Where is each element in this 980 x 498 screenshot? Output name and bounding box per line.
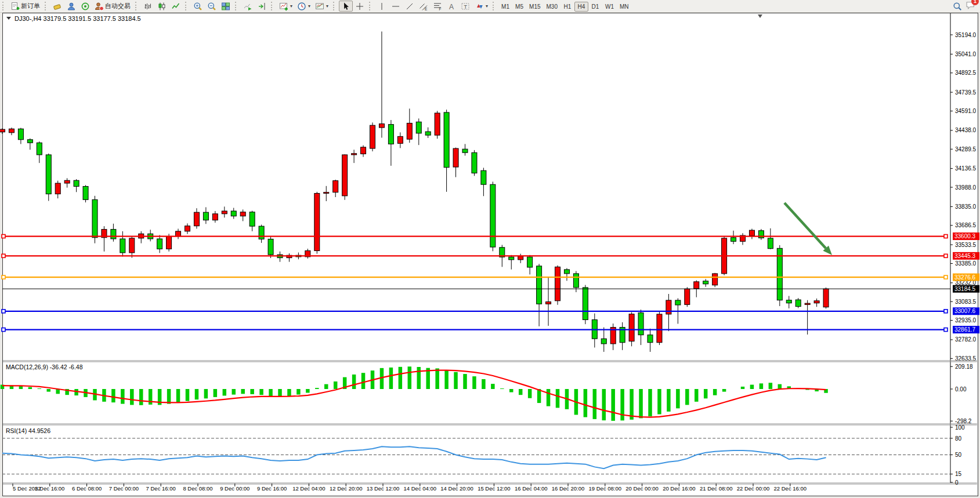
timeframe-button-m5[interactable]: M5	[512, 2, 526, 12]
template-icon	[315, 2, 324, 11]
toolbar-gripper	[2, 2, 6, 10]
channel-tool-button[interactable]: E	[417, 1, 431, 12]
signal-icon	[81, 2, 90, 11]
toolbar-gripper	[45, 2, 49, 10]
fibonacci-tool-button[interactable]: F	[431, 1, 444, 12]
periods-button[interactable]: ▾	[295, 1, 313, 12]
dropdown-caret: ▾	[308, 3, 310, 9]
text-label-icon: T	[461, 2, 470, 11]
horizontal-line-icon	[391, 2, 400, 11]
zoom-out-icon	[207, 2, 216, 11]
arrows-tool-button[interactable]: ▾	[472, 1, 490, 12]
sponge-tool-button[interactable]	[50, 1, 64, 12]
timeframe-button-m1[interactable]: M1	[498, 2, 512, 12]
toolbar-gripper	[271, 2, 275, 10]
line-chart-mode-button[interactable]	[169, 1, 183, 12]
autotrading-label: 自动交易	[105, 2, 131, 10]
candlestick-mode-button[interactable]	[155, 1, 169, 12]
chart-shift-icon	[257, 2, 266, 11]
svg-text:F: F	[439, 7, 442, 11]
text-tool-button[interactable]: A	[444, 1, 458, 12]
new-order-icon	[10, 2, 20, 11]
autotrading-icon	[95, 2, 104, 11]
toolbar: 新订单 自动交易 ▾ ▾	[0, 0, 980, 13]
candlestick-icon	[157, 2, 167, 11]
timeframe-button-w1[interactable]: W1	[602, 2, 617, 12]
chat-button[interactable]: 1	[965, 0, 975, 12]
templates-button[interactable]: ▾	[313, 1, 331, 12]
clock-icon	[297, 2, 306, 11]
toolbar-gripper	[185, 2, 189, 10]
auto-scroll-button[interactable]	[241, 1, 255, 12]
autotrading-button[interactable]: 自动交易	[92, 1, 133, 12]
vertical-line-tool-button[interactable]	[375, 1, 389, 12]
zoom-in-button[interactable]	[191, 1, 205, 12]
tile-windows-icon	[221, 2, 230, 11]
zoom-in-icon	[193, 2, 202, 11]
toolbar-gripper	[369, 2, 373, 10]
timeframe-button-m30[interactable]: M30	[544, 2, 560, 12]
timeframe-button-h1[interactable]: H1	[560, 2, 574, 12]
text-label-tool-button[interactable]: T	[458, 1, 472, 12]
dropdown-caret: ▾	[486, 3, 488, 9]
vertical-line-icon	[377, 2, 386, 11]
signal-button[interactable]	[78, 1, 92, 12]
cursor-icon	[341, 2, 350, 11]
dropdown-caret: ▾	[290, 3, 292, 9]
crosshair-icon	[355, 2, 364, 11]
timeframe-button-m15[interactable]: M15	[526, 2, 543, 12]
svg-text:E: E	[425, 6, 428, 10]
trendline-icon	[405, 2, 414, 11]
sponge-icon	[53, 2, 62, 11]
text-icon: A	[447, 2, 456, 11]
toolbar-right: 1	[953, 0, 975, 12]
auto-scroll-icon	[243, 2, 252, 11]
svg-text:T: T	[464, 3, 468, 9]
tile-windows-button[interactable]	[219, 1, 233, 12]
indicators-icon	[279, 2, 288, 11]
svg-text:A: A	[449, 2, 454, 10]
bar-chart-icon	[143, 2, 153, 11]
zoom-out-button[interactable]	[205, 1, 219, 12]
equidistant-channel-icon: E	[419, 2, 428, 11]
profile-person-icon	[67, 2, 76, 11]
chart-shift-button[interactable]	[255, 1, 269, 12]
timeframe-group: M1M5M15M30H1H4D1W1MN	[498, 1, 631, 12]
toolbar-gripper	[493, 2, 497, 10]
new-order-button[interactable]: 新订单	[8, 1, 42, 12]
toolbar-gripper	[135, 2, 139, 10]
toolbar-gripper	[235, 2, 239, 10]
horizontal-line-tool-button[interactable]	[389, 1, 403, 12]
profile-button[interactable]	[64, 1, 78, 12]
new-order-label: 新订单	[21, 2, 40, 10]
crosshair-tool-button[interactable]	[353, 1, 367, 12]
indicators-button[interactable]: ▾	[277, 1, 295, 12]
dropdown-caret: ▾	[326, 3, 328, 9]
timeframe-button-d1[interactable]: D1	[588, 2, 602, 12]
search-icon[interactable]	[953, 2, 962, 11]
cursor-tool-button[interactable]	[339, 1, 353, 12]
arrow-shapes-icon	[475, 2, 484, 11]
line-chart-icon	[171, 2, 180, 11]
timeframe-button-h4[interactable]: H4	[574, 2, 588, 12]
chart-window[interactable]	[2, 13, 978, 496]
fibonacci-icon: F	[433, 2, 442, 11]
toolbar-gripper	[333, 2, 337, 10]
trendline-tool-button[interactable]	[403, 1, 417, 12]
timeframe-button-mn[interactable]: MN	[617, 2, 632, 12]
bar-chart-mode-button[interactable]	[141, 1, 155, 12]
notification-badge: 1	[971, 0, 979, 5]
